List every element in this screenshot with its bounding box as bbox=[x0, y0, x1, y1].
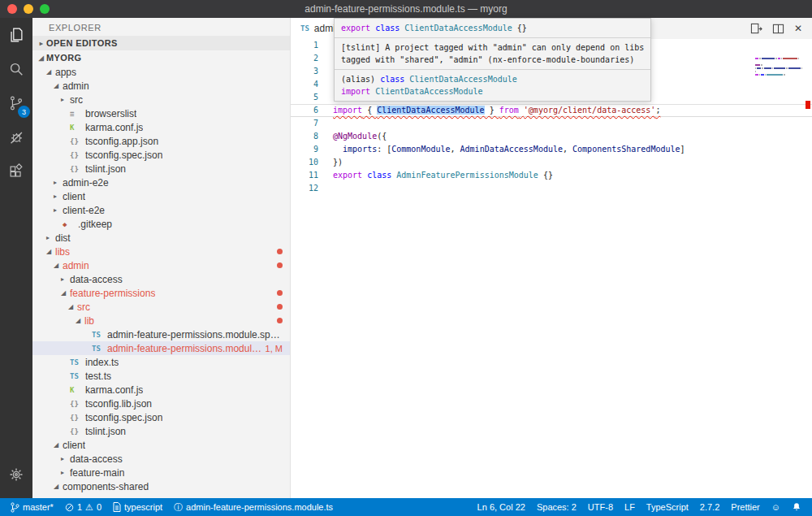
code-line-6[interactable]: 6import { ClientDataAccessModule } from … bbox=[291, 104, 812, 117]
tslint-status[interactable]: typescript bbox=[107, 498, 168, 516]
tree-folder-components-shared[interactable]: ◢components-shared bbox=[32, 479, 290, 493]
tree-file-index.ts[interactable]: TSindex.ts bbox=[32, 355, 290, 369]
activity-explorer-button[interactable] bbox=[0, 18, 32, 52]
tree-file-tsconfig.spec.json[interactable]: {}tsconfig.spec.json bbox=[32, 148, 290, 162]
line-content bbox=[318, 91, 333, 104]
tree-file-.gitkeep[interactable]: ◆.gitkeep bbox=[32, 217, 290, 231]
code-token: class bbox=[380, 75, 404, 84]
chevron-right-icon: ▸ bbox=[37, 40, 46, 47]
tree-file-tslint.json[interactable]: {}tslint.json bbox=[32, 162, 290, 176]
open-editors-header[interactable]: ▸ OPEN EDITORS bbox=[32, 36, 290, 50]
project-root-header[interactable]: ◢ MYORG bbox=[32, 50, 290, 65]
activity-extensions-button[interactable] bbox=[0, 154, 32, 189]
tree-folder-lib[interactable]: ◢lib bbox=[32, 314, 290, 327]
code-token: imports bbox=[343, 145, 377, 154]
hover-type-line: import ClientDataAccessModule bbox=[341, 85, 644, 98]
language-mode-status[interactable]: TypeScript bbox=[641, 498, 694, 516]
zoom-window-button[interactable] bbox=[40, 4, 50, 14]
overview-ruler[interactable] bbox=[804, 39, 812, 498]
tree-folder-client[interactable]: ◢client bbox=[32, 438, 290, 452]
activity-source-control-button[interactable]: 3 bbox=[0, 86, 32, 120]
code-token: from bbox=[499, 106, 519, 115]
line-number: 5 bbox=[291, 91, 318, 104]
git-branch-status[interactable]: master* bbox=[5, 498, 59, 516]
code-line-11[interactable]: 11export class AdminFeaturePermissionsMo… bbox=[291, 169, 812, 182]
tree-folder-src[interactable]: ▸src bbox=[32, 93, 290, 106]
tree-folder-admin-e2e[interactable]: ▸admin-e2e bbox=[32, 176, 290, 189]
tree-folder-dist[interactable]: ▸dist bbox=[32, 231, 290, 245]
tree-folder-client[interactable]: ▸client bbox=[32, 189, 290, 203]
tree-folder-src[interactable]: ◢src bbox=[32, 300, 290, 314]
cursor-position-status[interactable]: Ln 6, Col 22 bbox=[472, 498, 531, 516]
ts-version-status[interactable]: 2.7.2 bbox=[694, 498, 725, 516]
tree-file-karma.conf.js[interactable]: Kkarma.conf.js bbox=[32, 383, 290, 397]
problems-status[interactable]: 1 ⚠ 0 bbox=[59, 498, 107, 516]
feedback-button[interactable]: ☺ bbox=[766, 498, 786, 516]
code-token: ({ bbox=[377, 132, 387, 141]
tree-item-label: dist bbox=[55, 232, 71, 244]
tree-item-label: .gitkeep bbox=[78, 219, 112, 230]
hover-type-info: (alias) class ClientDataAccessModuleimpo… bbox=[335, 69, 650, 101]
tree-file-browserslist[interactable]: ≡browserslist bbox=[32, 106, 290, 120]
chevron-down-icon: ◢ bbox=[54, 441, 63, 449]
tree-folder-admin[interactable]: ◢admin bbox=[32, 79, 290, 93]
minimap-line bbox=[755, 41, 802, 43]
tree-file-tslint.json[interactable]: {}tslint.json bbox=[32, 424, 290, 438]
title-bar: admin-feature-permissions.module.ts — my… bbox=[0, 0, 812, 18]
notifications-button[interactable] bbox=[786, 498, 807, 516]
formatter-status[interactable]: Prettier bbox=[725, 498, 765, 516]
activity-debug-button[interactable] bbox=[0, 120, 32, 154]
code-line-12[interactable]: 12 bbox=[291, 182, 812, 195]
code-line-9[interactable]: 9 imports: [CommonModule, AdminDataAcces… bbox=[291, 143, 812, 156]
code-line-8[interactable]: 8@NgModule({ bbox=[291, 130, 812, 143]
tree-item-label: tsconfig.app.json bbox=[85, 136, 158, 147]
tree-folder-feature-permissions[interactable]: ◢feature-permissions bbox=[32, 286, 290, 300]
tree-file-admin-feature-permissions.module.spec.ts[interactable]: TSadmin-feature-permissions.module.spec.… bbox=[32, 327, 290, 341]
settings-button[interactable] bbox=[0, 457, 32, 492]
tree-file-tsconfig.app.json[interactable]: {}tsconfig.app.json bbox=[32, 134, 290, 148]
minimize-window-button[interactable] bbox=[24, 4, 33, 14]
tree-folder-client-e2e[interactable]: ▸client-e2e bbox=[32, 203, 290, 217]
chevron-down-icon: ◢ bbox=[68, 303, 77, 310]
tree-file-test.ts[interactable]: TStest.ts bbox=[32, 369, 290, 383]
line-number: 2 bbox=[291, 52, 318, 65]
tree-folder-libs[interactable]: ◢libs bbox=[32, 245, 290, 258]
tree-item-label: tsconfig.spec.json bbox=[85, 412, 162, 423]
activity-search-button[interactable] bbox=[0, 52, 32, 86]
encoding-status[interactable]: UTF-8 bbox=[582, 498, 619, 516]
line-number: 7 bbox=[291, 117, 318, 130]
activity-bar: 3 bbox=[0, 18, 32, 498]
minimap[interactable] bbox=[755, 41, 802, 80]
ts-file-icon: TS bbox=[70, 372, 85, 380]
chevron-right-icon: ▸ bbox=[61, 96, 70, 103]
code-line-10[interactable]: 10}) bbox=[291, 156, 812, 169]
tree-file-admin-feature-permissions.module.ts[interactable]: TSadmin-feature-permissions.module.ts1, … bbox=[32, 341, 290, 355]
close-editor-icon[interactable]: ✕ bbox=[794, 23, 802, 34]
split-editor-icon[interactable] bbox=[772, 23, 784, 35]
error-dot bbox=[277, 290, 283, 296]
tree-file-tsconfig.lib.json[interactable]: {}tsconfig.lib.json bbox=[32, 397, 290, 410]
indentation-status[interactable]: Spaces: 2 bbox=[531, 498, 582, 516]
open-changes-icon[interactable] bbox=[750, 23, 762, 35]
line-number: 12 bbox=[291, 182, 318, 195]
minimap-line bbox=[755, 45, 802, 46]
code-token: {} bbox=[512, 24, 527, 33]
code-line-7[interactable]: 7 bbox=[291, 117, 812, 130]
eol-status[interactable]: LF bbox=[619, 498, 641, 516]
tree-folder-admin[interactable]: ◢admin bbox=[32, 258, 290, 272]
tree-folder-data-access[interactable]: ▸data-access bbox=[32, 452, 290, 466]
active-file-status[interactable]: ⓘ admin-feature-permissions.module.ts bbox=[168, 498, 339, 516]
code-area[interactable]: 123456import { ClientDataAccessModule } … bbox=[291, 39, 812, 498]
json-file-icon: {} bbox=[70, 414, 85, 422]
line-content bbox=[318, 65, 333, 78]
error-dot bbox=[277, 304, 283, 310]
tree-file-karma.conf.js[interactable]: Kkarma.conf.js bbox=[32, 120, 290, 134]
tree-folder-feature-main[interactable]: ▸feature-main bbox=[32, 466, 290, 479]
close-window-button[interactable] bbox=[7, 4, 17, 14]
tree-folder-data-access[interactable]: ▸data-access bbox=[32, 272, 290, 286]
tree-folder-apps[interactable]: ◢apps bbox=[32, 65, 290, 79]
json-file-icon: {} bbox=[70, 400, 85, 408]
chevron-right-icon: ▸ bbox=[61, 275, 70, 283]
tree-file-tsconfig.spec.json[interactable]: {}tsconfig.spec.json bbox=[32, 410, 290, 424]
code-token: '@myorg/client/data-access' bbox=[524, 106, 656, 115]
